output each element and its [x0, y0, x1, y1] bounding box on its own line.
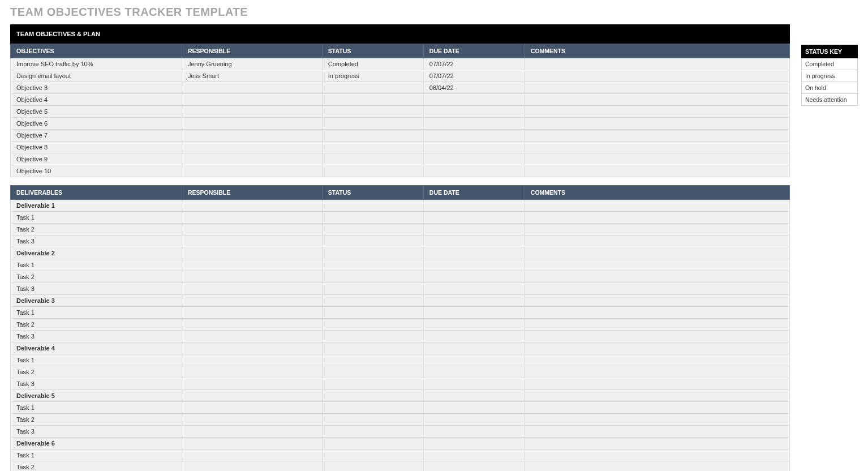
cell[interactable] [182, 414, 322, 426]
cell[interactable]: Completed [322, 58, 423, 70]
cell[interactable] [525, 414, 789, 426]
cell[interactable] [182, 94, 322, 106]
cell[interactable] [322, 319, 423, 331]
cell[interactable]: Task 1 [11, 402, 182, 414]
cell[interactable]: Deliverable 1 [11, 200, 182, 212]
cell[interactable] [182, 307, 322, 319]
cell[interactable] [182, 106, 322, 118]
cell[interactable]: Task 2 [11, 271, 182, 283]
cell[interactable] [525, 283, 789, 295]
cell[interactable]: Jenny Gruening [182, 58, 322, 70]
cell[interactable] [525, 402, 789, 414]
cell[interactable] [322, 130, 423, 142]
cell[interactable] [182, 295, 322, 307]
cell[interactable]: In progress [322, 70, 423, 82]
cell[interactable] [525, 354, 789, 366]
cell[interactable] [182, 247, 322, 259]
cell[interactable] [423, 426, 525, 438]
cell[interactable] [423, 402, 525, 414]
cell[interactable] [182, 342, 322, 354]
cell[interactable]: Objective 3 [11, 82, 182, 94]
cell[interactable] [423, 378, 525, 390]
cell[interactable] [182, 319, 322, 331]
cell[interactable] [525, 130, 789, 142]
cell[interactable]: 07/07/22 [423, 70, 525, 82]
cell[interactable] [322, 82, 423, 94]
cell[interactable]: 08/04/22 [423, 82, 525, 94]
cell[interactable] [182, 212, 322, 224]
cell[interactable] [322, 236, 423, 247]
cell[interactable] [423, 295, 525, 307]
cell[interactable] [322, 354, 423, 366]
cell[interactable] [322, 165, 423, 177]
cell[interactable] [182, 449, 322, 461]
cell[interactable] [322, 153, 423, 165]
cell[interactable] [423, 414, 525, 426]
cell[interactable] [423, 271, 525, 283]
cell[interactable] [525, 82, 789, 94]
cell[interactable] [182, 378, 322, 390]
cell[interactable]: Objective 10 [11, 165, 182, 177]
cell[interactable] [322, 461, 423, 472]
cell[interactable] [525, 106, 789, 118]
cell[interactable] [525, 142, 789, 153]
cell[interactable] [423, 106, 525, 118]
cell[interactable] [423, 200, 525, 212]
cell[interactable]: Design email layout [11, 70, 182, 82]
cell[interactable] [182, 82, 322, 94]
cell[interactable] [525, 390, 789, 402]
cell[interactable] [322, 402, 423, 414]
cell[interactable]: Task 1 [11, 212, 182, 224]
cell[interactable]: Task 3 [11, 378, 182, 390]
cell[interactable] [423, 130, 525, 142]
cell[interactable]: Task 1 [11, 449, 182, 461]
cell[interactable] [525, 118, 789, 130]
cell[interactable] [525, 295, 789, 307]
cell[interactable] [322, 200, 423, 212]
cell[interactable]: Objective 9 [11, 153, 182, 165]
cell[interactable] [182, 236, 322, 247]
cell[interactable] [525, 247, 789, 259]
cell[interactable] [423, 331, 525, 342]
cell[interactable] [322, 295, 423, 307]
cell[interactable] [423, 94, 525, 106]
cell[interactable] [423, 438, 525, 449]
cell[interactable] [182, 438, 322, 449]
cell[interactable] [322, 212, 423, 224]
cell[interactable] [322, 247, 423, 259]
cell[interactable] [423, 165, 525, 177]
cell[interactable] [525, 165, 789, 177]
cell[interactable]: Objective 4 [11, 94, 182, 106]
cell[interactable] [182, 142, 322, 153]
cell[interactable] [525, 461, 789, 472]
cell[interactable]: Objective 7 [11, 130, 182, 142]
cell[interactable] [525, 438, 789, 449]
cell[interactable] [423, 236, 525, 247]
cell[interactable] [182, 390, 322, 402]
cell[interactable] [182, 354, 322, 366]
cell[interactable] [322, 271, 423, 283]
cell[interactable] [525, 449, 789, 461]
cell[interactable] [322, 307, 423, 319]
cell[interactable]: Task 2 [11, 414, 182, 426]
cell[interactable]: Task 3 [11, 426, 182, 438]
cell[interactable]: Task 2 [11, 224, 182, 236]
cell[interactable] [525, 271, 789, 283]
cell[interactable]: Deliverable 3 [11, 295, 182, 307]
cell[interactable] [423, 142, 525, 153]
cell[interactable] [423, 118, 525, 130]
cell[interactable] [525, 366, 789, 378]
cell[interactable] [423, 212, 525, 224]
cell[interactable] [423, 342, 525, 354]
cell[interactable] [525, 319, 789, 331]
cell[interactable] [525, 378, 789, 390]
cell[interactable] [525, 212, 789, 224]
cell[interactable]: Task 3 [11, 283, 182, 295]
cell[interactable] [525, 94, 789, 106]
cell[interactable] [322, 449, 423, 461]
cell[interactable] [182, 461, 322, 472]
cell[interactable]: Improve SEO traffic by 10% [11, 58, 182, 70]
cell[interactable] [322, 438, 423, 449]
cell[interactable] [182, 259, 322, 271]
cell[interactable] [322, 142, 423, 153]
